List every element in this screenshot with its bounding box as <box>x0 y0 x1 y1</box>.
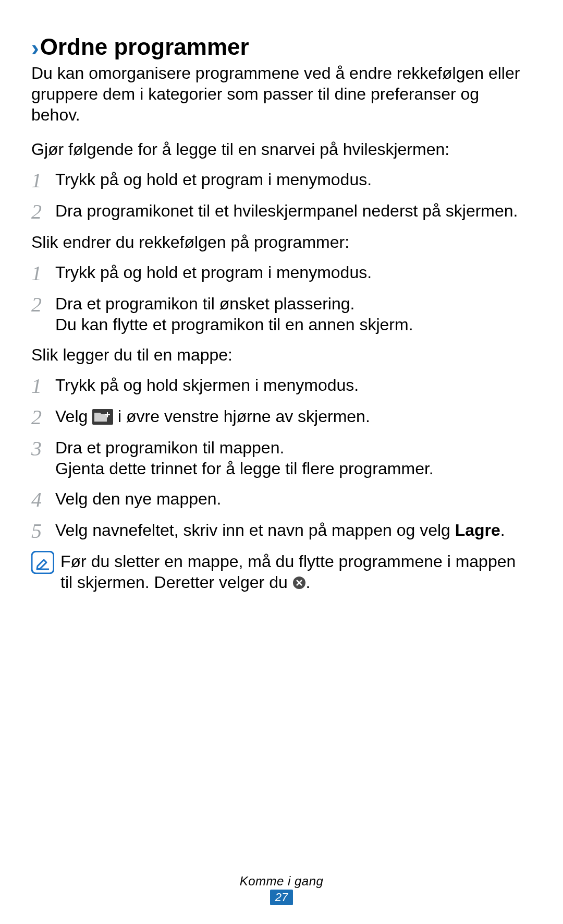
step-number: 1 <box>31 375 55 397</box>
page-footer: Komme i gang 27 <box>0 874 563 905</box>
step-text: Dra programikonet til et hvileskjermpane… <box>55 200 532 222</box>
instruction-paragraph: Slik legger du til en mappe: <box>31 344 532 365</box>
svg-rect-3 <box>32 551 54 573</box>
step-number: 1 <box>31 169 55 191</box>
step-text-part: Velg navnefeltet, skriv inn et navn på m… <box>55 521 455 539</box>
section-heading: › Ordne programmer <box>31 35 532 58</box>
step-number: 2 <box>31 293 55 335</box>
step-row: 2 Dra et programikon til ønsket plasseri… <box>31 293 532 335</box>
step-row: 1 Trykk på og hold skjermen i menymodus. <box>31 375 532 397</box>
intro-paragraph: Du kan omorganisere programmene ved å en… <box>31 63 532 125</box>
step-text: Trykk på og hold skjermen i menymodus. <box>55 375 532 397</box>
step-number: 1 <box>31 262 55 284</box>
step-row: 1 Trykk på og hold et program i menymodu… <box>31 262 532 284</box>
step-text: Trykk på og hold et program i menymodus. <box>55 169 532 191</box>
step-row: 3 Dra et programikon til mappen.Gjenta d… <box>31 437 532 479</box>
step-text: Velg i øvre venstre hjørne av skjermen. <box>55 406 532 428</box>
step-text-part: i øvre venstre hjørne av skjermen. <box>113 407 370 426</box>
step-number: 4 <box>31 488 55 510</box>
document-page: › Ordne programmer Du kan omorganisere p… <box>0 0 563 593</box>
step-row: 1 Trykk på og hold et program i menymodu… <box>31 169 532 191</box>
step-text: Dra et programikon til ønsket plassering… <box>55 293 532 335</box>
step-text-part: Velg <box>55 407 92 426</box>
instruction-paragraph: Slik endrer du rekkefølgen på programmer… <box>31 232 532 253</box>
note-text-part: . <box>306 573 311 592</box>
step-text: Dra et programikon til mappen.Gjenta det… <box>55 437 532 479</box>
step-text: Trykk på og hold et program i menymodus. <box>55 262 532 284</box>
note-row: Før du sletter en mappe, må du flytte pr… <box>31 551 532 593</box>
step-row: 5 Velg navnefeltet, skriv inn et navn på… <box>31 520 532 542</box>
step-number: 3 <box>31 437 55 479</box>
delete-icon <box>292 576 306 590</box>
chevron-right-icon: › <box>31 37 39 59</box>
step-row: 4 Velg den nye mappen. <box>31 488 532 510</box>
step-number: 2 <box>31 200 55 222</box>
step-text: Velg navnefeltet, skriv inn et navn på m… <box>55 520 532 542</box>
step-text-bold: Lagre <box>455 521 500 539</box>
step-number: 2 <box>31 406 55 428</box>
step-row: 2 Velg i øvre venstre hjørne av skjermen… <box>31 406 532 428</box>
step-number: 5 <box>31 520 55 542</box>
heading-text: Ordne programmer <box>40 35 249 58</box>
footer-section-title: Komme i gang <box>0 874 563 889</box>
instruction-paragraph: Gjør følgende for å legge til en snarvei… <box>31 139 532 160</box>
step-text: Velg den nye mappen. <box>55 488 532 510</box>
svg-rect-2 <box>105 414 110 415</box>
step-row: 2 Dra programikonet til et hvileskjermpa… <box>31 200 532 222</box>
note-text-part: Før du sletter en mappe, må du flytte pr… <box>60 552 516 592</box>
page-number-badge: 27 <box>270 890 293 905</box>
step-text-part: . <box>500 521 505 539</box>
note-text: Før du sletter en mappe, må du flytte pr… <box>60 551 532 593</box>
new-folder-icon <box>92 409 113 425</box>
note-icon <box>31 551 60 593</box>
